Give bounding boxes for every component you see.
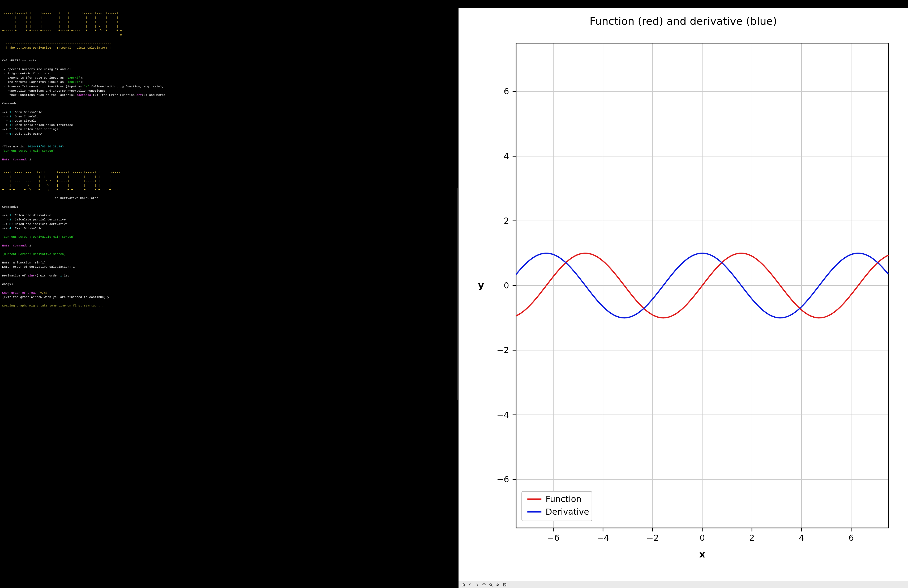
enter-command-line[interactable]: Enter Command: 1 xyxy=(2,244,31,247)
exit-hint: (Exit the graph window when you are fini… xyxy=(2,296,109,299)
result-value: cos(x) xyxy=(2,283,13,286)
current-screen: (Current Screen: Derivative Screen) xyxy=(2,253,66,256)
result-line: Derivative of sin(x) with order 1 is: xyxy=(2,274,69,277)
terminal-panel: +----- +-----+ + +----- + + + +----- +--… xyxy=(0,0,457,588)
enter-command-line[interactable]: Enter Command: 1 xyxy=(2,158,31,161)
legend-label: Function xyxy=(546,494,581,504)
plot-panel: Function (red) and derivative (blue)−6−4… xyxy=(459,0,908,588)
derivacalc-title: The Derivative Calculator xyxy=(2,197,98,200)
commands-heading: Commands: xyxy=(2,205,19,208)
x-tick-label: 2 xyxy=(749,533,755,543)
svg-point-16 xyxy=(498,584,499,585)
y-tick-label: −6 xyxy=(496,475,509,484)
save-icon[interactable] xyxy=(502,582,508,588)
supports-line: - Hyperbolic Functions and Inverse Hyper… xyxy=(2,89,106,92)
y-tick-label: 2 xyxy=(504,216,509,226)
calc-ultra-banner: +----- +-----+ + +----- + + + +----- +--… xyxy=(2,12,122,36)
y-tick-label: 4 xyxy=(504,151,509,161)
derivacalc-commands-list: --> 1: Calculate derivative --> 2: Calcu… xyxy=(2,214,68,230)
banner-tagline: | The ULTIMATE Derivative - Integral - L… xyxy=(2,46,111,49)
y-tick-label: −2 xyxy=(496,345,509,355)
svg-point-14 xyxy=(489,583,491,585)
current-screen: (Current Screen: DerivaCalc Main Screen) xyxy=(2,235,75,238)
enter-function-line[interactable]: Enter a function: sin(x) xyxy=(2,261,46,264)
derivacalc-banner: +---+ +---- +---+ +-+ + + +-----+ +-----… xyxy=(2,171,120,191)
show-graph-line[interactable]: Show graph of area? (y/n) xyxy=(2,292,48,295)
current-screen: (Current Screen: Main Screen) xyxy=(2,149,55,153)
x-tick-label: −4 xyxy=(597,533,609,543)
svg-point-17 xyxy=(497,585,498,586)
chart-svg[interactable]: Function (red) and derivative (blue)−6−4… xyxy=(459,8,908,581)
supports-line: - Exponents (for base e, input as "exp(x… xyxy=(2,76,84,79)
x-tick-label: −6 xyxy=(547,533,559,543)
supports-line: - Inverse Trigonometric Functions (input… xyxy=(2,85,164,88)
supports-line: - Other Functions such as the Factorial … xyxy=(2,93,166,97)
y-tick-label: 6 xyxy=(504,87,509,96)
supports-line: - The Natural Logarithm (input as "log(x… xyxy=(2,81,84,84)
supports-line: - Special numbers including Pi and e; xyxy=(2,68,71,71)
zoom-icon[interactable] xyxy=(488,582,494,588)
plot-area[interactable]: Function (red) and derivative (blue)−6−4… xyxy=(459,8,908,581)
loading-message: Loading graph. Might take some time on f… xyxy=(2,304,104,307)
x-tick-label: 0 xyxy=(700,533,705,543)
commands-list: --> 1: Open DerivaCalc --> 2: Open InteC… xyxy=(2,111,73,135)
x-tick-label: 6 xyxy=(848,533,854,543)
configure-icon[interactable] xyxy=(494,582,501,588)
x-tick-label: 4 xyxy=(799,533,804,543)
app-root: +----- +-----+ + +----- + + + +----- +--… xyxy=(0,0,908,588)
y-tick-label: 0 xyxy=(504,281,509,290)
y-tick-label: −4 xyxy=(496,410,509,420)
chart-title: Function (red) and derivative (blue) xyxy=(589,15,777,27)
enter-order-line[interactable]: Enter order of derivative calculation: 1 xyxy=(2,265,75,269)
x-tick-label: −2 xyxy=(646,533,659,543)
banner-divider: ----------------------------------------… xyxy=(2,50,111,54)
back-icon[interactable] xyxy=(467,582,473,588)
svg-point-15 xyxy=(497,583,497,584)
supports-line: - Trigonometric functions; xyxy=(2,72,51,75)
matplotlib-toolbar xyxy=(459,581,908,588)
banner-divider: ----------------------------------------… xyxy=(2,42,111,45)
legend-label: Derivative xyxy=(546,507,589,517)
x-axis-label: x xyxy=(699,549,705,560)
home-icon[interactable] xyxy=(460,582,467,588)
pan-icon[interactable] xyxy=(481,582,487,588)
y-axis-label: y xyxy=(478,280,484,290)
forward-icon[interactable] xyxy=(474,582,480,588)
supports-heading: Calc-ULTRA supports: xyxy=(2,59,39,62)
time-line: (Time now is: 2024/03/03 20:33:44) xyxy=(2,145,64,148)
commands-heading: Commands: xyxy=(2,102,19,105)
